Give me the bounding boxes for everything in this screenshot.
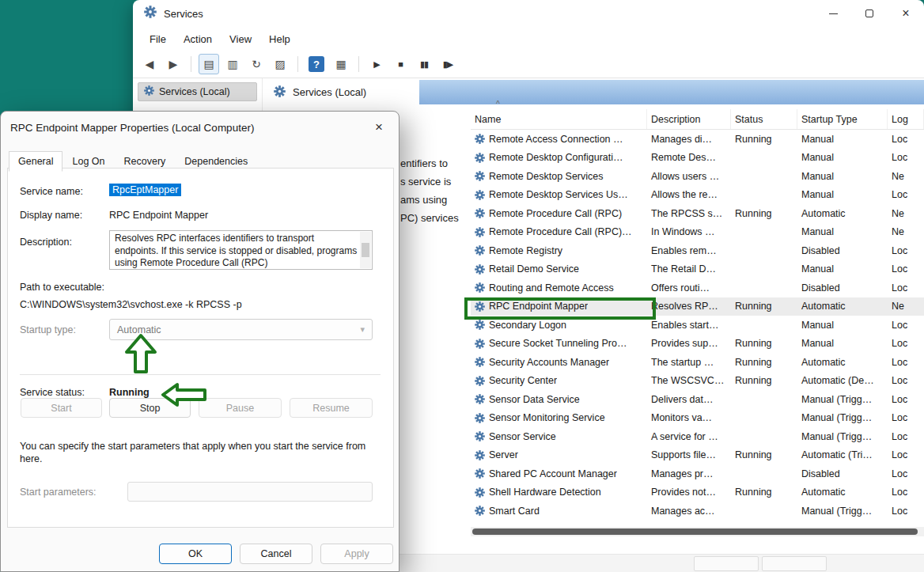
ok-button[interactable]: OK bbox=[159, 544, 232, 564]
service-startup-cell: Manual (Trigg… bbox=[797, 431, 888, 442]
column-header-startup-type[interactable]: Startup Type bbox=[797, 109, 888, 129]
maximize-icon bbox=[865, 9, 873, 17]
service-row[interactable]: Routing and Remote AccessOffers routi…Di… bbox=[471, 278, 924, 297]
menu-action[interactable]: Action bbox=[175, 30, 221, 48]
forward-icon[interactable]: ▶ bbox=[163, 54, 184, 74]
column-header-description[interactable]: Description bbox=[647, 109, 731, 129]
service-row[interactable]: ServerSupports file…RunningAutomatic (Tr… bbox=[471, 446, 924, 465]
service-row[interactable]: Sensor Monitoring ServiceMonitors va…Man… bbox=[471, 409, 924, 428]
gear-icon bbox=[475, 245, 485, 256]
start-button[interactable]: Start bbox=[21, 398, 102, 418]
service-startup-cell: Manual (Trigg… bbox=[797, 394, 888, 405]
description-box[interactable]: Resolves RPC interfaces identifiers to t… bbox=[109, 230, 373, 270]
service-row[interactable]: Secure Socket Tunneling Pro…Provides sup… bbox=[471, 335, 924, 354]
description-scrollbar[interactable] bbox=[360, 232, 371, 268]
tab-recovery[interactable]: Recovery bbox=[115, 151, 176, 172]
service-row[interactable]: Remote Desktop Services Us…Allows the re… bbox=[471, 186, 924, 205]
gear-icon bbox=[475, 339, 485, 349]
service-row[interactable]: Sensor ServiceA service for …Manual (Tri… bbox=[471, 427, 924, 446]
service-row[interactable]: Remote RegistryEnables rem…DisabledLoc bbox=[471, 241, 924, 260]
pause-service-icon[interactable]: ▮▮ bbox=[414, 54, 434, 74]
service-logon-cell: Loc bbox=[888, 189, 924, 200]
apply-button[interactable]: Apply bbox=[320, 544, 393, 564]
service-name-cell: Remote Registry bbox=[471, 245, 647, 256]
gear-icon bbox=[475, 431, 485, 441]
service-startup-cell: Manual bbox=[797, 226, 888, 237]
cancel-button[interactable]: Cancel bbox=[240, 544, 312, 564]
standard-view-tab[interactable] bbox=[762, 556, 827, 571]
snapshot-icon[interactable]: ▨ bbox=[270, 54, 290, 74]
display-name-label: Display name: bbox=[20, 210, 82, 221]
service-logon-cell: Loc bbox=[888, 506, 924, 517]
gear-icon bbox=[144, 6, 157, 18]
service-row[interactable]: Retail Demo ServiceThe Retail D…ManualLo… bbox=[471, 260, 924, 279]
service-startup-cell: Automatic bbox=[797, 208, 888, 219]
service-startup-cell: Manual bbox=[797, 171, 888, 182]
export-list-icon[interactable]: ▥ bbox=[222, 54, 243, 74]
close-button[interactable]: × bbox=[888, 0, 924, 27]
menu-view[interactable]: View bbox=[221, 30, 260, 48]
service-row[interactable]: Remote Procedure Call (RPC)…In Windows …… bbox=[471, 223, 924, 242]
window-titlebar[interactable]: Services × bbox=[133, 0, 924, 27]
panel-banner-title: Services (Local) bbox=[293, 86, 366, 98]
gear-icon bbox=[475, 450, 485, 460]
scrollbar-thumb[interactable] bbox=[472, 528, 918, 535]
menu-help[interactable]: Help bbox=[260, 30, 299, 48]
extended-description-fragment: entifiers to s service is ams using PC) … bbox=[400, 154, 471, 227]
stop-service-icon[interactable]: ■ bbox=[390, 54, 411, 74]
service-row[interactable]: Remote Desktop Configurati…Remote Des…Ma… bbox=[471, 149, 924, 168]
service-row[interactable]: Smart CardManages ac…Manual (Trigg…Loc bbox=[471, 502, 924, 521]
console-tree-icon[interactable]: ▤ bbox=[199, 54, 219, 74]
service-name-value[interactable]: RpcEptMapper bbox=[109, 184, 181, 196]
service-status-cell: Running bbox=[731, 301, 797, 312]
service-name-cell: Secondary Logon bbox=[471, 320, 647, 331]
service-description-cell: Resolves RP… bbox=[647, 301, 731, 312]
service-row[interactable]: Security Accounts ManagerThe startup …Ru… bbox=[471, 353, 924, 372]
menu-file[interactable]: File bbox=[141, 30, 175, 48]
back-icon[interactable]: ◀ bbox=[139, 54, 160, 74]
dialog-close-button[interactable]: × bbox=[365, 116, 392, 139]
gear-icon bbox=[475, 376, 485, 386]
start-parameters-help: You can specify the start parameters tha… bbox=[20, 440, 371, 465]
restart-service-icon[interactable]: ▮▶ bbox=[437, 54, 458, 74]
column-header-status[interactable]: Status bbox=[731, 109, 797, 129]
column-header-name[interactable]: Name bbox=[471, 109, 647, 129]
gear-icon bbox=[475, 190, 485, 200]
service-row[interactable]: Remote Access Connection …Manages di…Run… bbox=[471, 130, 924, 149]
tab-general[interactable]: General bbox=[9, 151, 62, 172]
service-row[interactable]: Remote Desktop ServicesAllows users …Man… bbox=[471, 167, 924, 186]
service-startup-cell: Automatic bbox=[797, 487, 888, 498]
service-status-cell: Running bbox=[731, 134, 797, 145]
tree-item-services-local[interactable]: Services (Local) bbox=[138, 82, 257, 101]
properties-icon[interactable]: ▦ bbox=[331, 54, 351, 74]
service-row[interactable]: Shell Hardware DetectionProvides not…Run… bbox=[471, 483, 924, 502]
dialog-titlebar[interactable]: RPC Endpoint Mapper Properties (Local Co… bbox=[1, 112, 399, 143]
service-row[interactable]: Sensor Data ServiceDelivers dat…Manual (… bbox=[471, 390, 924, 409]
service-logon-cell: Loc bbox=[888, 412, 924, 423]
service-status-cell: Running bbox=[731, 487, 797, 498]
horizontal-scrollbar[interactable] bbox=[471, 527, 924, 536]
service-description-cell: Offers routi… bbox=[647, 282, 731, 294]
description-scroll-thumb[interactable] bbox=[362, 243, 369, 257]
resume-button[interactable]: Resume bbox=[290, 398, 373, 418]
service-row[interactable]: Security CenterThe WSCSVC…RunningAutomat… bbox=[471, 372, 924, 391]
refresh-icon[interactable]: ↻ bbox=[246, 54, 267, 74]
service-row[interactable]: Shared PC Account ManagerManages pr…Disa… bbox=[471, 464, 924, 483]
gear-icon bbox=[475, 171, 485, 181]
tab-dependencies[interactable]: Dependencies bbox=[175, 151, 257, 172]
services-node-icon bbox=[144, 85, 154, 98]
service-name-cell: Remote Procedure Call (RPC)… bbox=[471, 226, 647, 237]
tab-log-on[interactable]: Log On bbox=[62, 151, 114, 172]
minimize-button[interactable] bbox=[815, 0, 851, 27]
service-description-cell: The RPCSS s… bbox=[647, 208, 731, 219]
extended-view-tab[interactable] bbox=[694, 556, 759, 571]
start-parameters-input[interactable] bbox=[127, 482, 373, 502]
start-service-icon[interactable]: ▶ bbox=[366, 54, 387, 74]
column-header-log[interactable]: Log bbox=[888, 109, 924, 129]
menu-bar: FileActionViewHelp bbox=[133, 27, 924, 51]
pause-button[interactable]: Pause bbox=[199, 398, 282, 418]
maximize-button[interactable] bbox=[851, 0, 888, 27]
help-icon[interactable]: ? bbox=[309, 56, 324, 72]
service-row[interactable]: Remote Procedure Call (RPC)The RPCSS s…R… bbox=[471, 204, 924, 223]
service-logon-cell: Loc bbox=[888, 487, 924, 498]
